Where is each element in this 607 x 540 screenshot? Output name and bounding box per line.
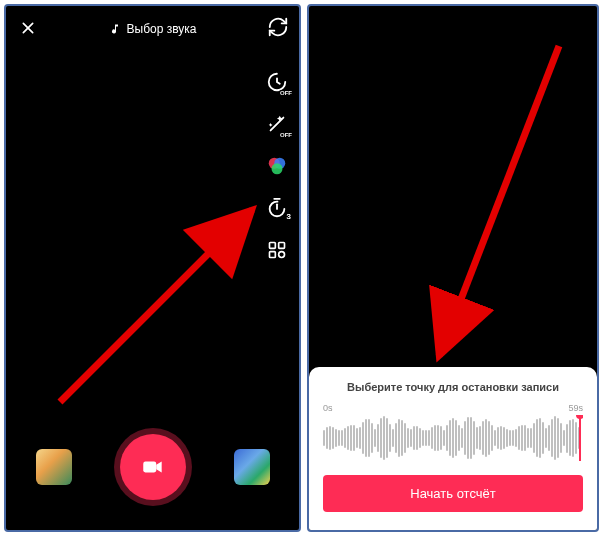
waveform-bar <box>419 428 421 449</box>
annotation-arrow-right <box>409 36 589 376</box>
video-camera-icon <box>140 454 166 480</box>
waveform-bar <box>437 425 439 452</box>
waveform-bar <box>533 423 535 454</box>
waveform-bar <box>389 424 391 452</box>
close-icon <box>20 20 36 36</box>
svg-rect-14 <box>143 462 156 473</box>
more-tools-button[interactable] <box>265 238 289 262</box>
waveform-bar <box>413 426 415 450</box>
waveform-bar <box>560 423 562 452</box>
camera-screen: Выбор звука OFF OFF 3 <box>4 4 301 532</box>
stop-marker[interactable] <box>579 415 581 461</box>
record-button[interactable] <box>120 434 186 500</box>
timer-icon <box>266 197 288 219</box>
waveform-bar <box>467 417 469 460</box>
waveform-bar <box>494 430 496 446</box>
waveform-bar <box>371 423 373 454</box>
svg-line-15 <box>439 46 559 356</box>
waveform-bar <box>401 420 403 457</box>
waveform-bar <box>368 419 370 458</box>
svg-line-13 <box>60 210 252 402</box>
waveform-bar <box>407 428 409 449</box>
timer-button[interactable]: 3 <box>265 196 289 220</box>
waveform-bar <box>347 426 349 450</box>
svg-rect-9 <box>270 243 276 249</box>
waveform-bar <box>374 429 376 446</box>
waveform-bar <box>566 424 568 453</box>
svg-rect-10 <box>279 243 285 249</box>
waveform-bar <box>449 420 451 456</box>
start-countdown-button[interactable]: Начать отсчёт <box>323 475 583 512</box>
camera-sidebar: OFF OFF 3 <box>265 70 289 262</box>
waveform-bar <box>479 426 481 450</box>
waveform-bar <box>443 430 445 446</box>
waveform-bar <box>425 430 427 446</box>
waveform-bar <box>509 430 511 446</box>
waveform-bar <box>572 419 574 456</box>
time-start-label: 0s <box>323 403 333 413</box>
flip-icon <box>267 16 289 38</box>
speed-badge: OFF <box>279 90 293 96</box>
waveform-bar <box>476 427 478 448</box>
waveform-bar <box>521 425 523 452</box>
bottom-bar <box>6 434 299 500</box>
waveform-bar <box>464 421 466 455</box>
sound-selector[interactable]: Выбор звука <box>109 22 197 36</box>
waveform-bar <box>386 418 388 457</box>
beauty-button[interactable]: OFF <box>265 112 289 136</box>
waveform-bar <box>329 426 331 450</box>
waveform-bar <box>341 430 343 446</box>
annotation-arrow-left <box>50 192 270 412</box>
waveform-bar <box>575 422 577 453</box>
waveform-bar <box>506 429 508 448</box>
waveform-bar <box>563 430 565 446</box>
waveform-bar <box>392 429 394 447</box>
waveform-bar <box>434 425 436 450</box>
waveform-bar <box>356 428 358 447</box>
waveform-bar <box>428 430 430 447</box>
time-end-label: 59s <box>568 403 583 413</box>
timer-badge: 3 <box>287 212 291 221</box>
waveform-bar <box>542 422 544 454</box>
waveform-bar <box>491 425 493 451</box>
filters-button[interactable] <box>265 154 289 178</box>
waveform-bar <box>518 426 520 449</box>
waveform-bar <box>554 416 556 460</box>
waveform-bar <box>440 426 442 449</box>
top-bar: Выбор звука <box>6 6 299 52</box>
waveform-bar <box>500 426 502 450</box>
waveform-bar <box>458 425 460 450</box>
waveform-bar <box>461 428 463 448</box>
waveform-slider[interactable] <box>323 415 583 461</box>
waveform-bar <box>524 425 526 451</box>
waveform-bar <box>470 417 472 460</box>
waveform-bar <box>569 420 571 457</box>
speed-button[interactable]: OFF <box>265 70 289 94</box>
waveform-bar <box>404 423 406 453</box>
waveform-bar <box>377 424 379 452</box>
waveform-bar <box>548 425 550 452</box>
waveform-bar <box>362 422 364 454</box>
waveform-bar <box>365 419 367 458</box>
waveform-bar <box>338 430 340 446</box>
flip-camera-button[interactable] <box>267 16 289 42</box>
waveform-bar <box>539 418 541 457</box>
effects-button[interactable] <box>36 449 72 485</box>
waveform-bar <box>380 418 382 458</box>
waveform-bar <box>488 421 490 455</box>
waveform-bar <box>551 419 553 458</box>
waveform-bar <box>350 425 352 452</box>
close-button[interactable] <box>16 18 40 41</box>
waveform-bar <box>482 421 484 455</box>
timer-sheet-screen: Выберите точку для остановки записи 0s 5… <box>307 4 599 532</box>
waveform-bar <box>326 427 328 449</box>
svg-rect-11 <box>270 252 276 258</box>
svg-point-12 <box>279 252 285 258</box>
waveform-bar <box>545 428 547 447</box>
waveform-bar <box>398 419 400 456</box>
waveform-bar <box>332 427 334 449</box>
upload-button[interactable] <box>234 449 270 485</box>
countdown-sheet: Выберите точку для остановки записи 0s 5… <box>309 367 597 530</box>
waveform-bar <box>410 429 412 448</box>
waveform-bar <box>446 425 448 451</box>
